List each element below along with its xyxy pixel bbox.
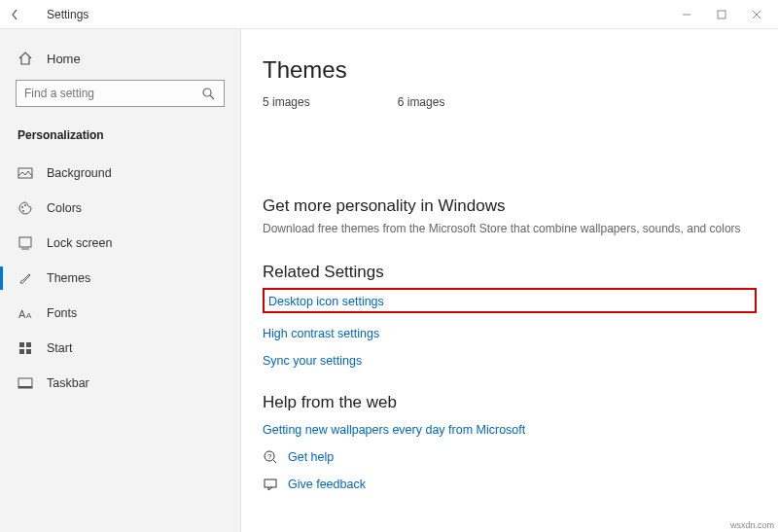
svg-rect-20 [265,479,276,487]
start-icon [18,340,33,356]
link-sync-settings[interactable]: Sync your settings [263,354,757,368]
sidebar-section-title: Personalization [0,119,240,156]
sidebar-item-label: Themes [47,271,90,285]
taskbar-icon [18,375,33,391]
theme-count-right: 6 images [398,95,445,109]
content-area: Themes 5 images 6 images Get more person… [241,29,778,532]
svg-text:?: ? [267,452,272,461]
svg-rect-8 [19,237,31,247]
sidebar-item-label: Taskbar [47,376,89,390]
sidebar-home[interactable]: Home [0,47,240,80]
link-desktop-icon-settings[interactable]: Desktop icon settings [268,295,384,308]
theme-count-left: 5 images [263,95,310,109]
sidebar-item-label: Background [47,166,112,180]
font-icon: AA [18,305,33,321]
link-high-contrast-settings[interactable]: High contrast settings [263,327,757,340]
home-icon [18,51,33,66]
related-settings-heading: Related Settings [263,263,757,282]
maximize-button[interactable] [704,0,739,29]
search-field[interactable] [24,87,200,100]
sidebar-item-label: Colors [47,201,82,215]
svg-rect-1 [718,11,725,18]
sidebar-home-label: Home [47,52,81,66]
link-get-help[interactable]: Get help [288,450,334,464]
help-from-web-heading: Help from the web [263,393,757,412]
close-button[interactable] [739,0,774,29]
picture-icon [18,165,33,181]
search-icon [200,87,216,100]
page-title: Themes [263,56,757,84]
highlight-box: Desktop icon settings [263,288,757,313]
sidebar-nav: Background Colors Lock screen Themes AA … [0,156,240,401]
sidebar-item-label: Fonts [47,306,77,320]
minimize-button[interactable] [669,0,704,29]
sidebar-item-colors[interactable]: Colors [0,191,240,226]
sidebar-item-themes[interactable]: Themes [0,261,240,296]
svg-text:A: A [26,311,32,320]
titlebar: Settings [0,0,778,29]
sidebar: Home Personalization Background Colors [0,29,241,532]
svg-line-3 [210,95,214,99]
help-icon: ? [263,449,278,465]
back-button[interactable] [4,3,27,26]
sidebar-item-start[interactable]: Start [0,331,240,366]
palette-icon [18,200,33,216]
more-personality-sub: Download free themes from the Microsoft … [263,222,757,235]
more-personality-heading: Get more personality in Windows [263,196,757,216]
svg-rect-15 [26,349,31,354]
svg-text:A: A [18,308,26,320]
window-title: Settings [47,8,88,21]
sidebar-item-taskbar[interactable]: Taskbar [0,366,240,401]
lock-icon [18,235,33,251]
svg-rect-14 [19,349,24,354]
sidebar-item-background[interactable]: Background [0,156,240,191]
brush-icon [18,270,33,286]
link-help-wallpapers[interactable]: Getting new wallpapers every day from Mi… [263,423,525,437]
get-help-row[interactable]: ? Get help [263,449,757,465]
sidebar-item-fonts[interactable]: AA Fonts [0,296,240,331]
svg-point-5 [21,206,23,208]
watermark: wsxdn.com [730,520,774,530]
svg-point-2 [203,89,211,96]
svg-rect-17 [18,386,32,388]
svg-rect-13 [26,342,31,347]
svg-point-6 [24,204,26,206]
sidebar-item-lockscreen[interactable]: Lock screen [0,226,240,261]
svg-rect-12 [19,342,24,347]
svg-point-7 [22,210,24,212]
search-input[interactable] [16,80,225,107]
link-give-feedback[interactable]: Give feedback [288,478,366,491]
give-feedback-row[interactable]: Give feedback [263,477,757,492]
sidebar-item-label: Lock screen [47,236,112,250]
sidebar-item-label: Start [47,341,72,355]
feedback-icon [263,477,278,492]
